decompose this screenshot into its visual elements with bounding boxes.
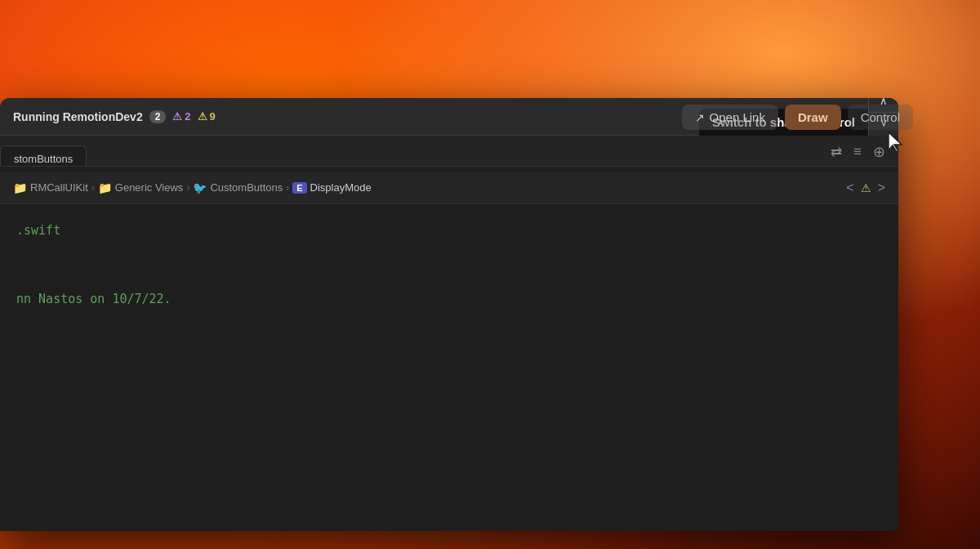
toolbar: ↗ Open Link Draw Control	[682, 105, 913, 130]
active-tab[interactable]: stomButtons	[0, 145, 87, 166]
folder-icon-1: 📁	[13, 181, 27, 194]
sep-3: ›	[286, 182, 289, 194]
control-label: Control	[861, 110, 900, 124]
menu-icon[interactable]: ≡	[853, 144, 862, 160]
file-breadcrumb: 📁 RMCallUIKit › 📁 Generic Views › 🐦 Cust…	[0, 172, 898, 204]
sep-1: ›	[91, 182, 95, 194]
breadcrumb-nav: < ⚠ >	[846, 181, 885, 195]
breadcrumb-item-generic-views[interactable]: 📁 Generic Views	[98, 181, 184, 194]
warning-yellow-icon: ⚠	[198, 110, 207, 123]
warning-yellow: ⚠ 9	[198, 110, 216, 123]
code-editor: .swift nn Nastos on 10/7/22.	[0, 204, 898, 531]
breadcrumb-item-display-mode[interactable]: E DisplayMode	[292, 181, 372, 194]
warning-purple: ⚠ 2	[172, 110, 190, 123]
open-link-label: Open Link	[710, 110, 765, 124]
control-button[interactable]: Control	[848, 105, 913, 130]
open-link-button[interactable]: ↗ Open Link	[682, 105, 778, 130]
open-link-icon: ↗	[695, 111, 705, 124]
badge-count: 2	[149, 110, 167, 123]
draw-label: Draw	[798, 110, 828, 124]
tab-nav-icons: ⇄ ≡ ⊕	[831, 143, 885, 161]
warning-yellow-count: 9	[210, 110, 216, 123]
draw-button[interactable]: Draw	[785, 105, 841, 130]
code-line-3: nn Nastos on 10/7/22.	[16, 289, 882, 309]
warning-nav-icon: ⚠	[861, 181, 871, 194]
tab-bar: stomButtons ⇄ ≡ ⊕	[0, 136, 898, 167]
swap-icon[interactable]: ⇄	[831, 144, 842, 161]
breadcrumb-item-custom-buttons[interactable]: 🐦 CustomButtons	[193, 181, 283, 194]
running-status: Running RemotionDev2 2 ⚠ 2 ⚠ 9	[13, 110, 216, 123]
breadcrumb-nav-right[interactable]: >	[878, 181, 885, 195]
warning-purple-count: 2	[185, 110, 190, 123]
running-label: Running RemotionDev2	[13, 110, 143, 123]
warning-purple-icon: ⚠	[172, 110, 182, 123]
breadcrumb-item-rmcalluikit[interactable]: 📁 RMCallUIKit	[13, 181, 88, 194]
code-line-1: .swift	[16, 221, 882, 240]
swift-icon: 🐦	[193, 181, 207, 194]
folder-icon-2: 📁	[98, 181, 112, 194]
sep-2: ›	[186, 182, 189, 194]
main-window: Running RemotionDev2 2 ⚠ 2 ⚠ 9 Switch to…	[0, 98, 898, 531]
add-icon[interactable]: ⊕	[873, 143, 885, 161]
enum-badge: E	[292, 182, 306, 194]
tab-label: stomButtons	[14, 153, 73, 165]
breadcrumb-nav-left[interactable]: <	[846, 181, 853, 195]
